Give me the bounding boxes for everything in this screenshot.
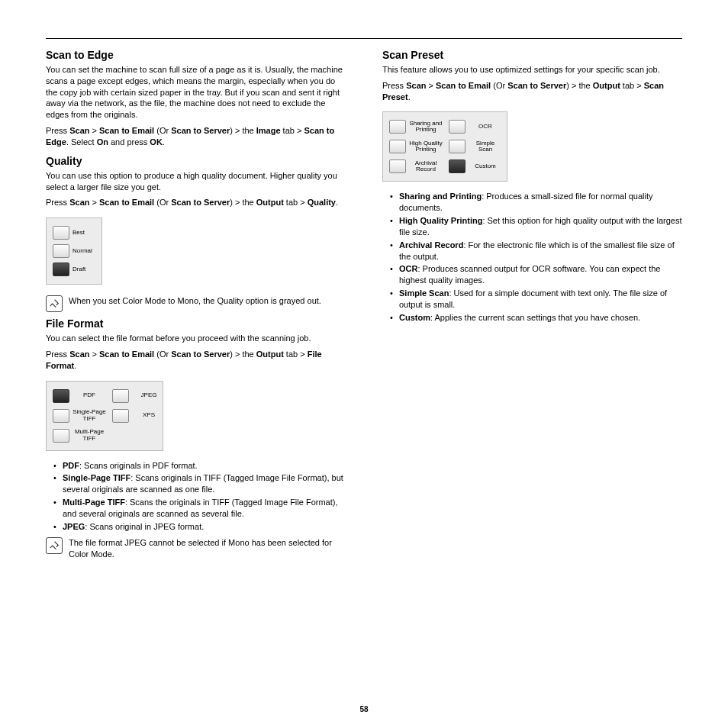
list-item: Sharing and Printing: Produces a small-s… xyxy=(382,191,682,214)
option-swatch xyxy=(449,120,465,134)
option[interactable]: High Quality Printing xyxy=(389,138,443,155)
option-label: High Quality Printing xyxy=(409,140,443,153)
list-item: PDF: Scans originals in PDF format. xyxy=(46,460,346,472)
nav-scan-preset: Press Scan > Scan to Email (Or Scan to S… xyxy=(382,80,682,103)
option-swatch xyxy=(389,140,406,153)
list-item: Archival Record: For the electronic file… xyxy=(382,240,682,263)
option-label: Archival Record xyxy=(409,160,443,173)
list-item: Single-Page TIFF: Scans originals in TIF… xyxy=(46,472,346,495)
body-scan-to-edge: You can set the machine to scan full siz… xyxy=(46,64,346,121)
option-swatch xyxy=(53,389,69,403)
list-item: Simple Scan: Used for a simple document … xyxy=(382,288,682,311)
option-label: Single-Page TIFF xyxy=(72,409,106,422)
heading-quality: Quality xyxy=(46,154,346,169)
option[interactable]: Simple Scan xyxy=(449,138,502,155)
manual-page: Scan to Edge You can set the machine to … xyxy=(0,0,728,728)
note-icon xyxy=(46,537,63,554)
note-file-format: The file format JPEG cannot be selected … xyxy=(46,537,346,560)
body-quality: You can use this option to produce a hig… xyxy=(46,170,346,193)
option[interactable]: PDF xyxy=(53,388,106,404)
option[interactable]: Archival Record xyxy=(389,158,443,175)
quality-option[interactable]: Best xyxy=(53,224,95,241)
option-label: Sharing and Printing xyxy=(409,121,443,134)
option[interactable]: XPS xyxy=(112,407,166,424)
heading-scan-to-edge: Scan to Edge xyxy=(46,48,346,63)
note-icon xyxy=(46,295,63,312)
list-item: Multi-Page TIFF: Scans the originals in … xyxy=(46,497,346,520)
option-label: Best xyxy=(72,230,95,236)
quality-option[interactable]: Draft xyxy=(53,261,95,278)
body-scan-preset: This feature allows you to use optimized… xyxy=(382,64,682,76)
option-swatch xyxy=(53,263,69,276)
scan-preset-options-panel: Sharing and PrintingOCRHigh Quality Prin… xyxy=(382,111,507,182)
option[interactable]: Sharing and Printing xyxy=(389,118,443,135)
option-label: Custom xyxy=(469,163,502,169)
heading-file-format: File Format xyxy=(46,317,346,331)
option-label: JPEG xyxy=(132,392,166,398)
left-column: Scan to Edge You can set the machine to … xyxy=(46,43,346,564)
option-swatch xyxy=(53,409,69,423)
file-format-bullets: PDF: Scans originals in PDF format.Singl… xyxy=(46,460,346,533)
quality-options-panel: BestNormalDraft xyxy=(46,217,102,285)
option[interactable]: Multi-Page TIFF xyxy=(53,427,106,444)
body-file-format: You can select the file format before yo… xyxy=(46,333,346,344)
option-label: OCR xyxy=(469,124,502,130)
option-swatch xyxy=(449,159,465,173)
list-item: JPEG: Scans original in JPEG format. xyxy=(46,521,346,533)
option[interactable]: Single-Page TIFF xyxy=(53,407,106,424)
heading-scan-preset: Scan Preset xyxy=(382,48,682,63)
top-rule xyxy=(46,38,682,39)
list-item: Custom: Applies the current scan setting… xyxy=(382,312,682,324)
note-quality: When you set Color Mode to Mono, the Qua… xyxy=(46,295,346,312)
option-label: Multi-Page TIFF xyxy=(72,429,106,442)
option[interactable]: Custom xyxy=(449,158,502,175)
option-label: PDF xyxy=(72,392,106,398)
option-swatch xyxy=(389,159,406,173)
option-swatch xyxy=(389,120,406,134)
option-label: XPS xyxy=(132,412,166,418)
nav-quality: Press Scan > Scan to Email (Or Scan to S… xyxy=(46,197,346,208)
option-swatch xyxy=(449,140,465,153)
option-swatch xyxy=(53,244,69,258)
list-item: High Quality Printing: Set this option f… xyxy=(382,215,682,238)
option-swatch xyxy=(112,409,129,423)
list-item: OCR: Produces scanned output for OCR sof… xyxy=(382,263,682,286)
page-number: 58 xyxy=(0,704,728,715)
option-swatch xyxy=(53,226,69,240)
nav-file-format: Press Scan > Scan to Email (Or Scan to S… xyxy=(46,349,346,372)
option-label: Normal xyxy=(72,248,95,254)
option-swatch xyxy=(53,429,69,443)
option-label: Simple Scan xyxy=(469,140,502,153)
quality-option[interactable]: Normal xyxy=(53,243,95,259)
option-label: Draft xyxy=(72,266,95,272)
option[interactable]: JPEG xyxy=(112,388,166,404)
file-format-options-panel: PDFJPEGSingle-Page TIFFXPSMulti-Page TIF… xyxy=(46,381,163,451)
right-column: Scan Preset This feature allows you to u… xyxy=(382,43,682,564)
option-swatch xyxy=(112,389,129,403)
option[interactable]: OCR xyxy=(449,118,502,135)
scan-preset-bullets: Sharing and Printing: Produces a small-s… xyxy=(382,191,682,323)
nav-scan-to-edge: Press Scan > Scan to Email (Or Scan to S… xyxy=(46,125,346,148)
